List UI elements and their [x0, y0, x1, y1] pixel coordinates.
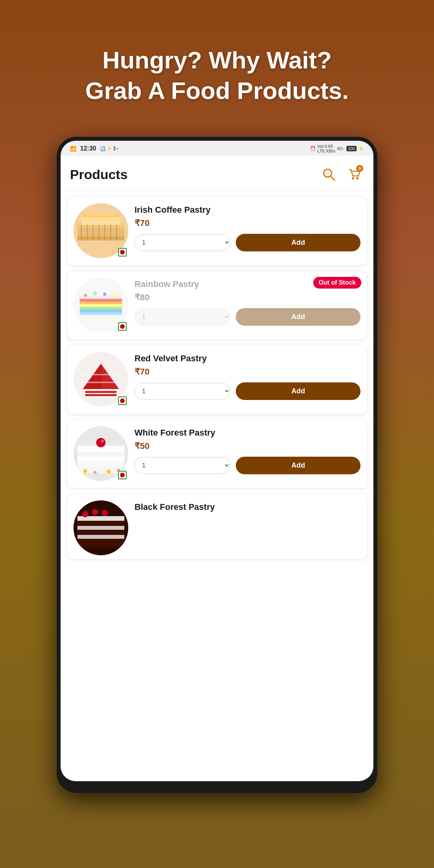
- qty-select-rainbow[interactable]: 1: [135, 308, 230, 325]
- product-name-whiteforest: White Forest Pastry: [135, 428, 360, 438]
- search-button[interactable]: [319, 165, 338, 184]
- svg-point-61: [92, 509, 98, 515]
- lte-icon: 4G↑: [337, 146, 344, 151]
- product-card-red-velvet-pastry: Red Velvet Pastry ₹70 1 2 3 Add: [67, 345, 367, 414]
- svg-point-31: [103, 292, 106, 296]
- status-icons: 🔄 ⚡ ₿ •: [100, 146, 118, 151]
- svg-point-32: [113, 293, 116, 296]
- product-actions-redvelvet: 1 2 3 Add: [135, 382, 360, 400]
- product-price-irish: ₹70: [135, 218, 360, 228]
- status-left: 📶 12:30 🔄 ⚡ ₿ •: [70, 145, 118, 152]
- svg-point-60: [82, 511, 88, 517]
- svg-rect-41: [85, 394, 117, 396]
- svg-point-4: [356, 177, 359, 179]
- veg-indicator-redvelvet: [118, 396, 127, 405]
- status-time: 12:30: [80, 145, 96, 152]
- svg-point-30: [93, 292, 97, 296]
- product-image-blackforest: [74, 500, 128, 555]
- svg-rect-26: [80, 301, 122, 304]
- svg-point-3: [352, 177, 354, 179]
- product-price-whiteforest: ₹50: [135, 441, 360, 451]
- svg-rect-59: [77, 535, 124, 539]
- product-actions-rainbow: 1 Add: [135, 308, 360, 326]
- add-button-rainbow[interactable]: Add: [236, 308, 360, 326]
- svg-rect-22: [80, 312, 122, 315]
- veg-indicator-whiteforest: [118, 471, 127, 479]
- svg-rect-18: [81, 215, 120, 217]
- product-card-black-forest-pastry: Black Forest Pastry: [67, 494, 367, 560]
- svg-rect-9: [77, 237, 124, 240]
- battery-indicator: 100: [346, 146, 357, 151]
- hero-text: Hungry? Why Wait? Grab A Food Products.: [23, 22, 411, 121]
- svg-rect-46: [77, 457, 124, 461]
- signal-icon: 📶: [70, 146, 76, 152]
- product-actions-whiteforest: 1 2 3 Add: [135, 457, 360, 474]
- svg-rect-24: [80, 307, 122, 310]
- qty-select-irish[interactable]: 1 2 3 4 5: [135, 234, 230, 251]
- charging-icon: ⚡: [358, 146, 364, 151]
- search-icon: [321, 167, 336, 182]
- product-info-irish: Irish Coffee Pastry ₹70 1 2 3 4 5 Add: [135, 203, 360, 251]
- add-button-irish[interactable]: Add: [236, 234, 360, 251]
- svg-rect-58: [77, 526, 124, 530]
- add-button-whiteforest[interactable]: Add: [236, 457, 360, 474]
- cart-button[interactable]: 0: [344, 164, 364, 185]
- alarm-icon: ⏰: [310, 146, 316, 151]
- product-info-blackforest: Black Forest Pastry: [135, 500, 360, 515]
- svg-point-29: [84, 294, 87, 297]
- svg-point-2: [325, 171, 330, 176]
- product-info-redvelvet: Red Velvet Pastry ₹70 1 2 3 Add: [135, 352, 360, 400]
- phone-frame: 📶 12:30 🔄 ⚡ ₿ • ⏰ Vol 0.60LTE KB/s 4G↑ 1…: [57, 137, 377, 793]
- svg-rect-21: [80, 315, 122, 318]
- qty-select-whiteforest[interactable]: 1 2 3: [135, 457, 230, 474]
- product-name-irish: Irish Coffee Pastry: [135, 205, 360, 215]
- veg-indicator: [118, 248, 127, 256]
- svg-rect-27: [80, 298, 122, 301]
- product-actions-irish: 1 2 3 4 5 Add: [135, 234, 360, 251]
- product-card-white-forest-pastry: White Forest Pastry ₹50 1 2 3 Add: [67, 420, 367, 488]
- product-name-redvelvet: Red Velvet Pastry: [135, 353, 360, 364]
- phone-screen: Products 0: [61, 156, 373, 781]
- product-image-rainbow: [74, 278, 128, 332]
- svg-rect-47: [77, 462, 124, 467]
- svg-point-50: [83, 469, 87, 473]
- product-card-irish-coffee-pastry: Irish Coffee Pastry ₹70 1 2 3 4 5 Add: [67, 197, 367, 265]
- cart-badge: 0: [356, 165, 363, 172]
- svg-point-52: [107, 470, 111, 473]
- svg-line-1: [330, 176, 335, 180]
- out-of-stock-badge: Out of Stock: [313, 277, 361, 289]
- product-image-redvelvet: [74, 352, 128, 407]
- svg-point-48: [96, 438, 106, 447]
- svg-point-51: [93, 471, 97, 474]
- app-header: Products 0: [61, 156, 373, 191]
- svg-point-62: [102, 510, 108, 516]
- svg-rect-25: [80, 304, 122, 307]
- qty-select-redvelvet[interactable]: 1 2 3: [135, 383, 230, 400]
- status-right: ⏰ Vol 0.60LTE KB/s 4G↑ 100 ⚡: [310, 144, 364, 153]
- product-info-whiteforest: White Forest Pastry ₹50 1 2 3 Add: [135, 426, 360, 474]
- product-name-blackforest: Black Forest Pastry: [135, 502, 360, 512]
- status-bar: 📶 12:30 🔄 ⚡ ₿ • ⏰ Vol 0.60LTE KB/s 4G↑ 1…: [61, 141, 373, 156]
- add-button-redvelvet[interactable]: Add: [236, 382, 360, 400]
- product-card-rainbow-pastry: Out of Stock: [67, 271, 367, 340]
- network-speed: Vol 0.60LTE KB/s: [317, 144, 335, 153]
- product-image-irish: [74, 203, 128, 258]
- page-title: Products: [70, 167, 127, 182]
- svg-point-49: [101, 439, 104, 443]
- hero-section: Hungry? Why Wait? Grab A Food Products.: [0, 0, 434, 133]
- product-price-redvelvet: ₹70: [135, 367, 360, 377]
- svg-rect-23: [80, 309, 122, 312]
- veg-indicator-rainbow: [118, 322, 127, 331]
- header-icons: 0: [319, 164, 364, 185]
- product-image-whiteforest: [74, 426, 128, 481]
- svg-rect-40: [85, 391, 117, 393]
- product-price-rainbow: ₹80: [135, 292, 360, 303]
- products-list: Irish Coffee Pastry ₹70 1 2 3 4 5 Add: [61, 191, 373, 569]
